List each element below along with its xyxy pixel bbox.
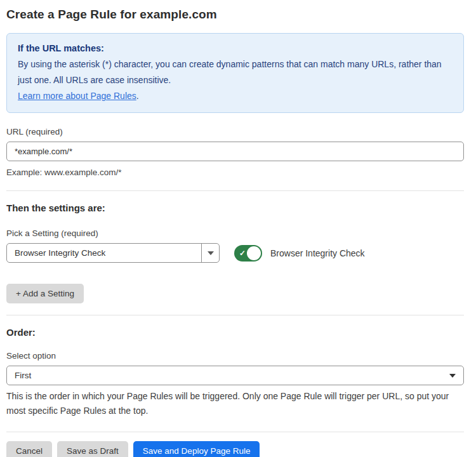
- create-page-rule-panel: Create a Page Rule for example.com If th…: [0, 0, 476, 457]
- divider: [6, 190, 464, 191]
- toggle-label: Browser Integrity Check: [270, 248, 365, 258]
- setting-row: Browser Integrity Check ✓ Browser Integr…: [6, 243, 464, 263]
- add-setting-button[interactable]: + Add a Setting: [6, 284, 84, 303]
- toggle-knob: [247, 246, 261, 260]
- divider: [6, 432, 464, 432]
- chevron-down-icon: [208, 251, 214, 255]
- url-example-helper: Example: www.example.com/*: [6, 166, 464, 179]
- setting-dropdown-arrow-button[interactable]: [201, 244, 219, 262]
- settings-section-heading: Then the settings are:: [6, 202, 464, 213]
- save-as-draft-button[interactable]: Save as Draft: [57, 441, 128, 457]
- footer-actions: Cancel Save as Draft Save and Deploy Pag…: [6, 441, 464, 457]
- setting-dropdown-value: Browser Integrity Check: [7, 244, 201, 262]
- link-suffix: .: [136, 91, 139, 101]
- info-box-heading: If the URL matches:: [18, 41, 453, 56]
- order-select-value: First: [15, 371, 449, 380]
- setting-dropdown[interactable]: Browser Integrity Check: [6, 243, 220, 263]
- dropdown-arrow-icon: [449, 374, 456, 378]
- cancel-button[interactable]: Cancel: [6, 441, 52, 457]
- url-input[interactable]: [6, 142, 464, 161]
- select-option-label: Select option: [6, 351, 464, 361]
- info-box-link-line: Learn more about Page Rules.: [18, 88, 453, 104]
- save-and-deploy-button[interactable]: Save and Deploy Page Rule: [133, 441, 260, 457]
- pick-setting-label: Pick a Setting (required): [6, 228, 464, 238]
- url-field-label: URL (required): [6, 127, 464, 136]
- page-title: Create a Page Rule for example.com: [6, 8, 464, 22]
- browser-integrity-toggle[interactable]: ✓: [234, 245, 262, 262]
- divider: [6, 315, 464, 315]
- order-section-heading: Order:: [6, 327, 464, 338]
- url-match-info-box: If the URL matches: By using the asteris…: [6, 33, 464, 113]
- order-helper-text: This is the order in which your Page Rul…: [6, 389, 464, 418]
- info-box-body: By using the asterisk (*) character, you…: [18, 56, 453, 88]
- order-select[interactable]: First: [6, 366, 464, 385]
- learn-more-link[interactable]: Learn more about Page Rules: [18, 91, 136, 101]
- check-icon: ✓: [239, 249, 246, 257]
